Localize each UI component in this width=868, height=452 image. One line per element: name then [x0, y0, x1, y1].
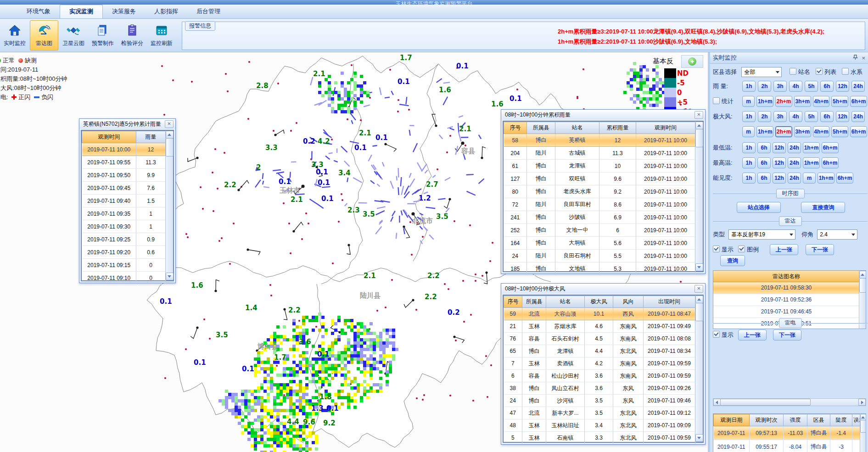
prev-flash-button[interactable]: 上一张: [738, 329, 767, 340]
scroll-left-icon[interactable]: [713, 399, 721, 406]
period-button-12h[interactable]: 12h: [836, 81, 849, 92]
period-button-5h+m[interactable]: 5h+m: [831, 126, 848, 137]
table-row[interactable]: 38博白凤山立石村3.6东风2019-07-11 09:26: [504, 382, 695, 395]
table-row[interactable]: 2019-07-11 09:401.5: [82, 195, 166, 207]
scroll-down-icon[interactable]: [166, 273, 174, 280]
radar-显示-checkbox[interactable]: 显示: [713, 245, 734, 253]
checkbox-icon[interactable]: [713, 331, 720, 338]
scroll-thumb[interactable]: [695, 129, 703, 147]
radar-type-select[interactable]: 基本反射率19: [728, 229, 795, 240]
period-button-1h+m[interactable]: 1h+m: [803, 142, 820, 153]
period-button-6h+m[interactable]: 6h+m: [822, 157, 839, 168]
menu-tab-4[interactable]: 人影指挥: [145, 5, 187, 18]
toolbar-button-6[interactable]: 监控刷新: [147, 20, 176, 50]
panel-titlebar[interactable]: 英桥镇(N5702)逐5分钟累计雨量 ✕: [79, 119, 175, 129]
period-button-24h[interactable]: 24h: [851, 111, 865, 122]
table-row[interactable]: 2019-07-11 09:200.6: [82, 246, 166, 259]
period-button-5h[interactable]: 5h: [805, 81, 818, 92]
period-button-24h[interactable]: 24h: [851, 81, 865, 92]
period-button-1h[interactable]: 1h: [742, 81, 756, 92]
period-button-12h[interactable]: 12h: [773, 157, 786, 168]
table-row[interactable]: 48玉林玉林站旧址3.4东北风2019-07-11 09:09: [504, 419, 695, 432]
period-button-1h[interactable]: 1h: [742, 111, 756, 122]
panel-titlebar[interactable]: 08时~10时00分钟极大风 ✕: [501, 284, 705, 294]
table-row[interactable]: 2019-07-11 09:351: [82, 207, 166, 220]
next-flash-button[interactable]: 下一张: [773, 329, 801, 340]
table-row[interactable]: 65博白龙潭镇4.4东北风2019-07-11 08:34: [504, 345, 695, 357]
scroll-down-icon[interactable]: [695, 263, 703, 271]
period-button-4h+m[interactable]: 4h+m: [813, 96, 830, 107]
period-button-4h[interactable]: 4h: [789, 111, 802, 122]
period-button-1h+m[interactable]: 1h+m: [756, 96, 773, 107]
period-button-1h+m[interactable]: 1h+m: [756, 126, 773, 137]
table-row[interactable]: 164博白大垌镇5.62019-07-11 10:00: [504, 237, 695, 250]
district-select[interactable]: 全部: [741, 67, 782, 77]
column-header-站名[interactable]: 站名: [546, 296, 585, 308]
scroll-thumb[interactable]: [860, 420, 866, 433]
scrollbar[interactable]: [695, 122, 703, 271]
table-row[interactable]: 59北流大容山顶10.1西风2019-07-11 08:47: [504, 308, 695, 320]
zoom-in-button[interactable]: +: [681, 55, 703, 68]
column-header-强度[interactable]: 强度: [784, 414, 807, 426]
table-row[interactable]: 5玉林石南镇3.3东北风2019-07-11 09:59: [504, 432, 695, 444]
period-button-6h[interactable]: 6h: [820, 81, 834, 92]
scroll-right-icon[interactable]: [858, 399, 866, 406]
scroll-up-icon[interactable]: [859, 271, 866, 279]
column-header-累积雨量[interactable]: 累积雨量: [599, 122, 636, 134]
scroll-up-icon[interactable]: [860, 414, 866, 420]
district-checkbox-站名[interactable]: 站名: [790, 67, 810, 75]
period-button-24h[interactable]: 24h: [788, 173, 801, 184]
toolbar-button-3[interactable]: 卫星云图: [59, 20, 88, 50]
period-button-4h[interactable]: 4h: [789, 81, 802, 92]
menu-tab-5[interactable]: 后台管理: [187, 5, 230, 18]
period-button-6h[interactable]: 6h: [757, 142, 771, 153]
column-header-观测时次[interactable]: 观测时次: [750, 414, 784, 426]
table-row[interactable]: 2019-07-11 09:250.9: [82, 233, 166, 246]
table-row[interactable]: 76容县石头石剑村4.5东南风2019-07-11 08:08: [504, 333, 695, 345]
column-header-陡度[interactable]: 陡度: [830, 414, 852, 426]
period-button-2h[interactable]: 2h: [758, 81, 771, 92]
column-header-观测时间[interactable]: 观测时间: [82, 131, 136, 143]
period-button-5h+m[interactable]: 5h+m: [831, 96, 848, 107]
period-button-2h+m[interactable]: 2h+m: [775, 96, 792, 107]
period-button-12h[interactable]: 12h: [773, 173, 786, 184]
table-row[interactable]: 24博白沙河镇3.5东风2019-07-11 09:46: [504, 395, 695, 407]
toolbar-button-2[interactable]: 雷达图: [30, 20, 58, 50]
prev-image-button[interactable]: 上一张: [770, 244, 798, 255]
pin-icon[interactable]: [853, 55, 858, 61]
period-button-6h+m[interactable]: 6h+m: [836, 173, 853, 184]
scrollbar[interactable]: [165, 131, 173, 280]
column-header-站名[interactable]: 站名: [555, 122, 599, 134]
period-button-1h+m[interactable]: 1h+m: [818, 173, 834, 184]
toolbar-button-5[interactable]: 检验评分: [118, 20, 146, 50]
period-button-3h[interactable]: 3h: [773, 111, 787, 122]
radar-list-item[interactable]: 2019-07-11 09:46:45: [713, 306, 859, 318]
table-row[interactable]: 204陆川古城镇11.32019-07-11 10:00: [504, 147, 695, 160]
period-button-1h[interactable]: 1h: [742, 142, 756, 153]
scroll-thumb[interactable]: [695, 303, 703, 321]
table-row[interactable]: 47北流新丰大罗...3.5东北风2019-07-11 09:12: [504, 407, 695, 419]
next-image-button[interactable]: 下一张: [806, 244, 834, 255]
column-header-所属县[interactable]: 所属县: [522, 296, 546, 308]
menu-tab-3[interactable]: 决策服务: [103, 5, 145, 18]
toolbar-button-1[interactable]: 实时监控: [0, 20, 29, 50]
period-button-12h[interactable]: 12h: [773, 142, 786, 153]
period-button-6h+m[interactable]: 6h+m: [822, 142, 839, 153]
radar-list-item[interactable]: 2019-07-11 09:58:30: [713, 282, 859, 294]
table-row[interactable]: 21玉林苏烟水库4.6东南风2019-07-11 09:49: [504, 320, 695, 333]
period-button-4h+m[interactable]: 4h+m: [813, 126, 830, 137]
scrollbar[interactable]: [860, 414, 866, 452]
period-button-1h+m[interactable]: 1h+m: [803, 157, 820, 168]
scroll-thumb[interactable]: [859, 278, 866, 293]
panel-titlebar[interactable]: 08时~10时00分钟累积雨量 ✕: [501, 110, 705, 120]
period-button-5h[interactable]: 5h: [805, 111, 818, 122]
table-row[interactable]: 2019-07-1109:55:17-8.04博白县-3: [714, 440, 860, 452]
table-row[interactable]: 80博白老虎头水库9.22019-07-11 10:00: [504, 185, 695, 198]
period-button-24h[interactable]: 24h: [788, 142, 801, 153]
scrollbar[interactable]: [695, 296, 703, 442]
table-row[interactable]: 185博白文地镇5.32019-07-11 10:00: [504, 262, 695, 275]
period-button-6h+m[interactable]: 6h+m: [850, 96, 867, 107]
stats-checkbox[interactable]: [713, 97, 720, 104]
column-header-所属县[interactable]: 所属县: [527, 122, 555, 134]
table-row[interactable]: 2019-07-11 09:5511.3: [82, 156, 166, 169]
